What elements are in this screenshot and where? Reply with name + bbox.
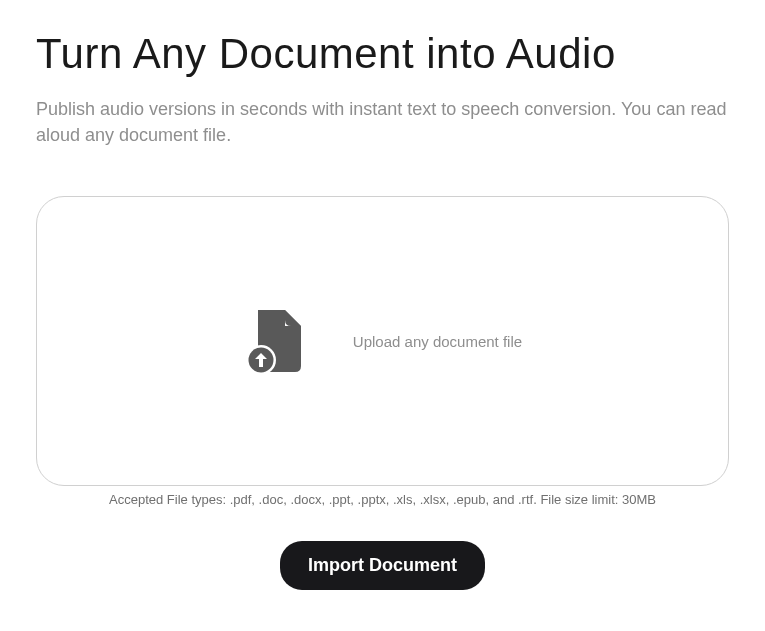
import-row: Import Document: [36, 541, 729, 590]
upload-dropzone[interactable]: Upload any document file: [36, 196, 729, 486]
accepted-file-types: Accepted File types: .pdf, .doc, .docx, …: [36, 492, 729, 507]
upload-dropzone-label: Upload any document file: [353, 333, 522, 350]
page-subtitle: Publish audio versions in seconds with i…: [36, 96, 729, 148]
file-upload-icon: [243, 306, 313, 376]
page-title: Turn Any Document into Audio: [36, 30, 729, 78]
import-document-button[interactable]: Import Document: [280, 541, 485, 590]
